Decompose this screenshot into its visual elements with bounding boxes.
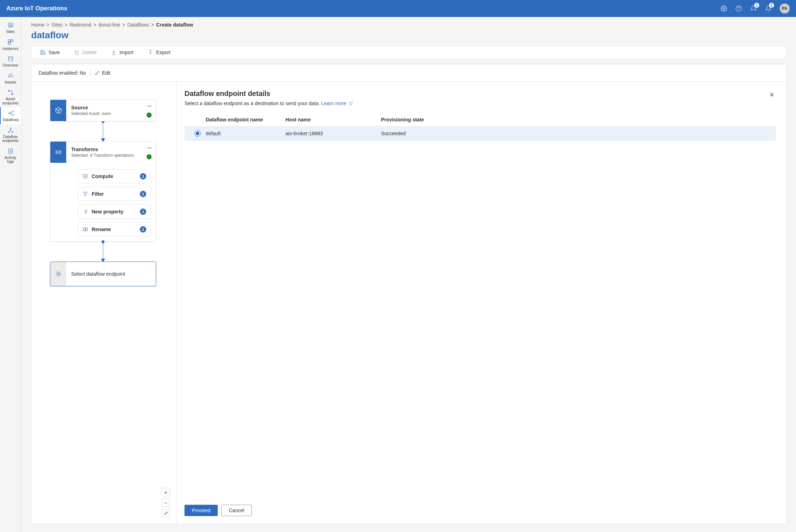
source-node[interactable]: Source Selected Asset: oven ··· — [50, 99, 156, 121]
panel-description: Select a dataflow endpoint as a destinat… — [184, 101, 353, 106]
page-title: dataflow — [31, 30, 786, 41]
details-panel: Dataflow endpoint details Select a dataf… — [177, 82, 786, 524]
connector — [101, 121, 105, 141]
dataflow-status-bar: Dataflow enabled: No Edit — [32, 64, 786, 82]
cancel-button[interactable]: Cancel — [221, 505, 252, 516]
crumb-donut-line[interactable]: donut-line — [98, 22, 120, 28]
svg-rect-6 — [8, 42, 10, 44]
svg-point-14 — [8, 132, 9, 133]
crumb-dataflows[interactable]: Dataflows — [127, 22, 149, 28]
transforms-subtitle: Selected: 4 Transform operations — [71, 153, 151, 158]
svg-point-13 — [10, 128, 11, 129]
transform-compute[interactable]: Compute 1 — [78, 169, 151, 183]
svg-point-15 — [12, 132, 13, 133]
source-node-subtitle: Selected Asset: oven — [71, 111, 151, 116]
app-header: Azure IoT Operations 1 1 PA — [0, 0, 796, 17]
crumb-sites[interactable]: Sites — [52, 22, 63, 28]
svg-rect-3 — [10, 25, 11, 27]
import-button[interactable]: Import — [111, 50, 133, 55]
endpoint-table: Dataflow endpoint name Host name Provisi… — [184, 113, 776, 141]
endpoint-icon — [50, 262, 66, 286]
source-node-title: Source — [71, 105, 151, 110]
svg-point-0 — [723, 8, 725, 10]
crumb-home[interactable]: Home — [31, 22, 44, 28]
crumb-redmond[interactable]: Redmond — [70, 22, 91, 28]
proceed-button[interactable]: Proceed — [184, 505, 218, 516]
notifications-badge: 1 — [769, 3, 774, 8]
sidebar-item-activity-logs[interactable]: Activity logs — [0, 145, 21, 166]
edit-button[interactable]: Edit — [95, 70, 110, 76]
connector — [101, 242, 105, 262]
learn-more-link[interactable]: Learn more — [321, 101, 353, 106]
svg-point-33 — [57, 273, 59, 275]
user-avatar[interactable]: PA — [780, 4, 790, 13]
sidebar-item-instances[interactable]: Instances — [0, 36, 21, 53]
transforms-title: Transforms — [71, 147, 151, 152]
cube-icon — [50, 100, 66, 121]
save-button[interactable]: Save — [40, 50, 60, 55]
svg-point-9 — [11, 93, 13, 95]
transform-new-property[interactable]: New property 1 — [78, 205, 151, 219]
settings-icon[interactable] — [720, 5, 727, 12]
source-node-more-icon[interactable]: ··· — [147, 103, 152, 109]
cell-host-name: aio-broker:18883 — [285, 131, 381, 136]
crumb-create-dataflow: Create dataflow — [156, 22, 193, 28]
transforms-node-more-icon[interactable]: ··· — [147, 145, 152, 151]
svg-rect-7 — [8, 57, 13, 61]
main-content: Home> Sites> Redmond> donut-line> Datafl… — [21, 17, 796, 532]
dataflow-enabled-label: Dataflow enabled: No — [39, 70, 86, 76]
svg-point-10 — [8, 113, 10, 114]
svg-marker-24 — [84, 192, 87, 196]
cell-endpoint-name: default — [206, 131, 285, 136]
sidebar-item-asset-endpoints[interactable]: Asset endpoints — [0, 86, 21, 107]
compute-icon — [83, 173, 88, 179]
zoom-out-button[interactable]: − — [161, 498, 170, 507]
col-provisioning-state: Provisioning state — [381, 117, 771, 122]
help-icon[interactable] — [735, 5, 742, 12]
transform-rename[interactable]: Rename 1 — [78, 222, 151, 236]
zoom-controls: + − ⤢ — [161, 488, 170, 517]
endpoint-node[interactable]: Select dataflow endpoint — [50, 262, 156, 286]
header-actions: 1 1 PA — [720, 4, 790, 13]
svg-rect-31 — [83, 228, 85, 231]
breadcrumbs: Home> Sites> Redmond> donut-line> Datafl… — [31, 22, 786, 28]
cell-provisioning-state: Succeeded — [381, 131, 771, 136]
svg-point-8 — [8, 90, 10, 92]
content-card: Dataflow enabled: No Edit — [31, 64, 786, 524]
endpoint-row[interactable]: default aio-broker:18883 Succeeded — [184, 126, 776, 141]
sidebar-item-sites[interactable]: Sites — [0, 19, 21, 36]
panel-title: Dataflow endpoint details — [184, 90, 353, 98]
svg-rect-21 — [59, 151, 61, 154]
panel-footer: Proceed Cancel — [184, 498, 776, 516]
feedback-badge: 1 — [754, 3, 759, 8]
zoom-in-button[interactable]: + — [161, 488, 170, 496]
sidebar: Sites Instances Overview Assets Asset en… — [0, 17, 21, 532]
rename-icon — [83, 227, 88, 232]
list-icon — [83, 209, 88, 214]
svg-rect-32 — [86, 228, 87, 231]
sidebar-item-dataflows[interactable]: Dataflows — [0, 107, 21, 124]
zoom-fit-button[interactable]: ⤢ — [161, 509, 170, 517]
svg-point-12 — [12, 114, 13, 115]
svg-rect-5 — [11, 40, 13, 42]
close-icon[interactable]: ✕ — [768, 90, 776, 100]
filter-icon — [83, 191, 88, 197]
transforms-icon — [50, 142, 66, 163]
graph-canvas[interactable]: Source Selected Asset: oven ··· — [32, 82, 177, 524]
external-link-icon — [349, 101, 353, 105]
sidebar-item-overview[interactable]: Overview — [0, 53, 21, 70]
svg-rect-20 — [56, 151, 57, 154]
radio-selected[interactable] — [194, 130, 201, 137]
status-ok-icon — [147, 113, 152, 118]
transform-filter[interactable]: Filter 1 — [78, 187, 151, 201]
export-button[interactable]: Export — [148, 50, 170, 55]
app-title: Azure IoT Operations — [6, 5, 720, 12]
sidebar-item-dataflow-endpoints[interactable]: Dataflow endpoints — [0, 124, 21, 145]
col-endpoint-name: Dataflow endpoint name — [206, 117, 285, 122]
svg-point-11 — [12, 111, 13, 112]
sidebar-item-assets[interactable]: Assets — [0, 70, 21, 87]
transforms-node[interactable]: Transforms Selected: 4 Transform operati… — [50, 141, 156, 242]
feedback-icon[interactable]: 1 — [750, 5, 757, 12]
notifications-icon[interactable]: 1 — [765, 5, 772, 12]
col-host-name: Host name — [285, 117, 381, 122]
